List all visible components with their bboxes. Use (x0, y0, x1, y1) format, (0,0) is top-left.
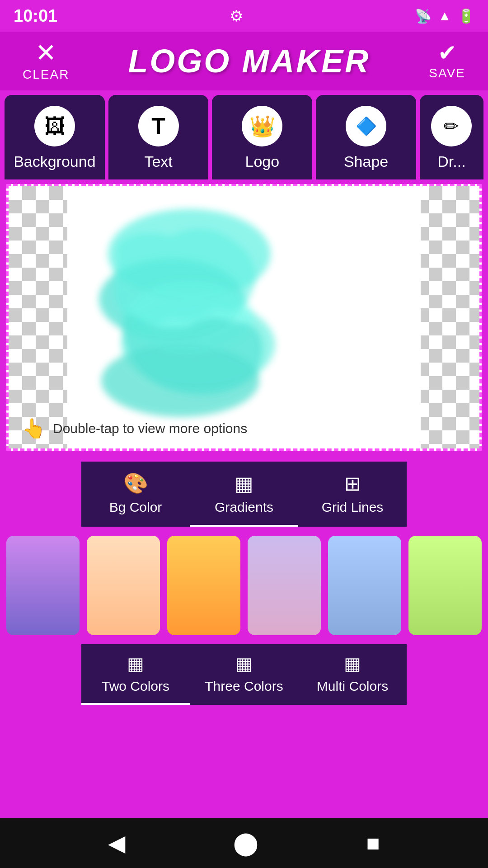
gradients-icon: ▦ (235, 472, 253, 495)
status-icons: 📡 ▲ 🔋 (415, 8, 474, 24)
nav-bar: ◀ ⬤ ■ (0, 818, 488, 868)
background-icon: 🖼 (34, 106, 75, 146)
sub-tabs: ▦ Two Colors ▦ Three Colors ▦ Multi Colo… (0, 644, 488, 705)
status-bar: 10:01 ⚙ 📡 ▲ 🔋 (0, 0, 488, 32)
text-label: Text (144, 153, 172, 170)
header: ✕ CLEAR LOGO MAKER ✔ SAVE (0, 32, 488, 90)
recents-icon: ■ (366, 830, 380, 856)
home-icon: ⬤ (233, 830, 258, 856)
grid-lines-icon: ⊞ (344, 472, 361, 495)
settings-icon: ⚙ (230, 7, 243, 25)
swatch-4[interactable] (248, 536, 321, 635)
wifi-icon: 📡 (415, 8, 432, 24)
two-colors-label: Two Colors (102, 679, 169, 694)
bg-color-icon: 🎨 (123, 472, 148, 495)
tab-three-colors[interactable]: ▦ Three Colors (190, 644, 298, 705)
bottom-controls: 🎨 Bg Color ▦ Gradients ⊞ Grid Lines ▦ Tw… (0, 455, 488, 705)
tab-shape[interactable]: 🔷 Shape (316, 95, 416, 179)
recents-button[interactable]: ■ (366, 830, 380, 856)
tool-tabs: 🖼 Background T Text 👑 Logo 🔷 Shape ✏ Dr.… (0, 90, 488, 179)
watercolor-image (81, 200, 298, 435)
save-button[interactable]: ✔ SAVE (429, 42, 465, 80)
control-tabs: 🎨 Bg Color ▦ Gradients ⊞ Grid Lines (0, 462, 488, 527)
battery-icon: 🔋 (458, 8, 474, 24)
shape-icon: 🔷 (346, 106, 386, 146)
hint-text: Double-tap to view more options (53, 421, 247, 436)
background-label: Background (14, 153, 95, 170)
canvas-inner[interactable]: 👆 Double-tap to view more options (9, 186, 479, 448)
canvas-hint: 👆 Double-tap to view more options (22, 417, 247, 439)
canvas-area: 00 (0, 179, 488, 455)
tab-text[interactable]: T Text (108, 95, 209, 179)
clear-icon: ✕ (35, 40, 56, 66)
swatch-1[interactable] (6, 536, 80, 635)
back-icon: ◀ (108, 830, 125, 856)
logo-icon: 👑 (242, 106, 282, 146)
back-button[interactable]: ◀ (108, 830, 125, 856)
three-colors-icon: ▦ (235, 653, 253, 674)
multi-colors-label: Multi Colors (317, 679, 388, 694)
multi-colors-icon: ▦ (344, 653, 361, 674)
tab-gradients[interactable]: ▦ Gradients (190, 462, 298, 527)
clear-button[interactable]: ✕ CLEAR (23, 40, 69, 82)
swatch-3[interactable] (167, 536, 240, 635)
bg-color-label: Bg Color (109, 500, 162, 515)
tab-draw[interactable]: ✏ Dr... (420, 95, 483, 179)
swatch-5[interactable] (328, 536, 401, 635)
tab-multi-colors[interactable]: ▦ Multi Colors (298, 644, 407, 705)
logo-label: Logo (245, 153, 280, 170)
tab-two-colors[interactable]: ▦ Two Colors (81, 644, 190, 705)
gradients-label: Gradients (215, 500, 273, 515)
shape-label: Shape (344, 153, 388, 170)
clear-label: CLEAR (23, 67, 69, 82)
text-icon: T (138, 106, 179, 146)
swatch-2[interactable] (87, 536, 160, 635)
touch-icon: 👆 (22, 417, 46, 439)
tab-background[interactable]: 🖼 Background (5, 95, 105, 179)
tab-bg-color[interactable]: 🎨 Bg Color (81, 462, 190, 527)
tab-grid-lines[interactable]: ⊞ Grid Lines (298, 462, 407, 527)
save-label: SAVE (429, 66, 465, 80)
draw-label: Dr... (437, 153, 465, 170)
three-colors-label: Three Colors (205, 679, 283, 694)
canvas-border: 00 (6, 184, 482, 451)
tab-logo[interactable]: 👑 Logo (212, 95, 312, 179)
gradient-swatches (0, 527, 488, 644)
save-icon: ✔ (438, 42, 457, 64)
two-colors-icon: ▦ (127, 653, 144, 674)
grid-lines-label: Grid Lines (322, 500, 384, 515)
signal-icon: ▲ (438, 8, 451, 24)
status-time: 10:01 (14, 6, 57, 26)
app-title: LOGO MAKER (128, 42, 370, 80)
home-button[interactable]: ⬤ (233, 830, 258, 856)
swatch-6[interactable] (408, 536, 482, 635)
draw-icon: ✏ (431, 106, 472, 146)
